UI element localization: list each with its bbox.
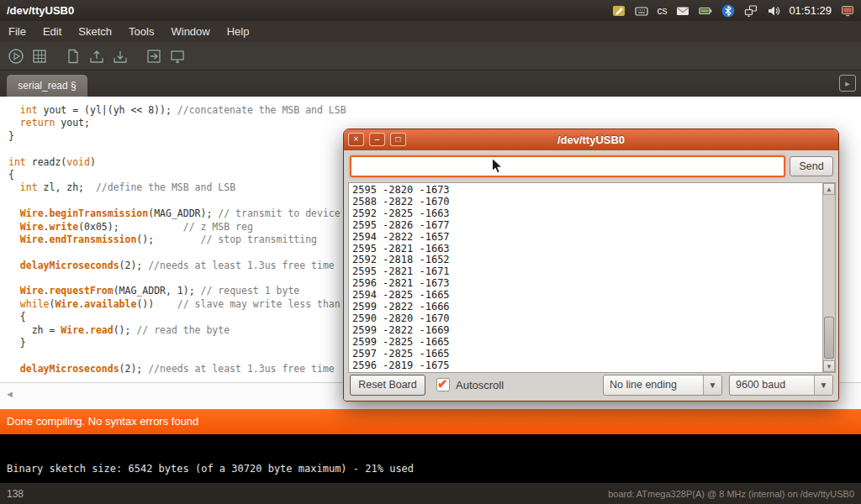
line-ending-value: No line ending [604,375,703,395]
bluetooth-icon[interactable] [721,3,735,18]
status-footer: 138 board: ATmega328P(A) @ 8 MHz (intern… [0,483,861,504]
stop-icon[interactable] [30,47,49,66]
tab-serial-read[interactable]: serial_read § [7,75,87,97]
keyboard-icon[interactable] [634,3,648,18]
save-icon[interactable] [111,47,129,66]
serial-monitor-controls: Reset Board ✔ Autoscroll No line ending … [344,374,838,397]
autoscroll-label[interactable]: Autoscroll [456,374,504,396]
serial-send-input[interactable] [350,155,785,177]
serial-output: 2595 -2820 -16732588 -2822 -16702592 -28… [349,183,822,372]
scroll-down-icon[interactable]: ▼ [823,360,835,372]
window-controls: × – □ [348,133,406,146]
verify-icon[interactable] [7,47,25,66]
screen: /dev/ttyUSB0 cs 01:51: [0,0,861,504]
compile-status-message: Done compiling. No syntax errors found [7,415,198,428]
serial-line: 2595 -2821 -1671 [352,266,819,278]
menu-edit[interactable]: Edit [34,21,70,42]
minimize-icon[interactable]: – [369,133,385,146]
board-info: board: ATmega328P(A) @ 8 MHz (internal) … [608,489,861,499]
serial-line: 2594 -2822 -1657 [352,232,819,244]
menu-file[interactable]: File [0,21,34,42]
serial-output-scrollbar[interactable]: ▲ ▼ [822,183,835,372]
menu-tools[interactable]: Tools [120,21,162,42]
close-icon[interactable]: × [348,133,364,146]
mail-icon[interactable] [675,3,689,18]
mouse-cursor [491,158,506,175]
serial-line: 2594 -2825 -1665 [352,290,819,302]
serial-monitor-body: Send 2595 -2820 -16732588 -2822 -1670259… [344,150,838,401]
code-line: int yout = (yl|(yh << 8)); //concatenate… [8,104,861,117]
send-button[interactable]: Send [790,156,833,176]
maximize-icon[interactable]: □ [390,133,406,146]
serial-line: 2588 -2822 -1670 [352,197,819,208]
serial-line: 2595 -2821 -1663 [352,244,819,255]
serial-line: 2592 -2818 -1652 [352,255,819,266]
window-title: /dev/ttyUSB0 [0,4,74,17]
serial-line: 2597 -2825 -1665 [352,349,819,360]
serial-line: 2592 -2825 -1663 [352,208,819,220]
scroll-up-icon[interactable]: ▲ [823,183,835,195]
serial-output-area[interactable]: 2595 -2820 -16732588 -2822 -16702592 -28… [348,182,836,373]
scrollbar-handle[interactable] [824,317,834,359]
serial-line: 2599 -2822 -1666 [352,302,819,313]
build-console-text: Binary sketch size: 6542 bytes (of a 307… [7,463,414,475]
system-tray: cs 01:51:29 [611,3,861,18]
baud-rate-value: 9600 baud [730,375,814,395]
menu-help[interactable]: Help [219,21,258,42]
serial-monitor-titlebar[interactable]: /dev/ttyUSB0 [344,129,838,150]
serial-line: 2595 -2820 -1673 [352,185,819,197]
check-icon: ✔ [437,376,448,391]
open-icon[interactable] [87,47,106,66]
hscroll-left-icon[interactable]: ◄ [5,389,14,399]
tab-menu-icon[interactable]: ▸ [839,75,856,92]
menubar: File Edit Sketch Tools Window Help [0,21,861,42]
serial-line: 2596 -2819 -1675 [352,360,819,372]
notes-icon[interactable] [611,3,626,18]
volume-icon[interactable] [766,3,780,18]
line-number-indicator: 138 [0,488,24,500]
chevron-down-icon[interactable]: ▼ [814,375,832,395]
session-menu-icon[interactable] [840,3,854,18]
serial-line: 2599 -2822 -1669 [352,325,819,337]
line-ending-dropdown[interactable]: No line ending ▼ [603,375,722,396]
serial-line: 2599 -2825 -1665 [352,337,819,349]
top-panel: /dev/ttyUSB0 cs 01:51: [0,0,861,21]
battery-icon[interactable] [698,3,712,18]
compile-status-bar: Done compiling. No syntax errors found [0,409,861,434]
reset-board-button[interactable]: Reset Board [350,375,425,396]
autoscroll-checkbox[interactable]: ✔ [436,378,450,391]
toolbar [0,42,861,71]
serial-line: 2596 -2821 -1673 [352,278,819,290]
network-icon[interactable] [743,3,758,18]
new-sketch-icon[interactable] [64,47,82,66]
tabbar: serial_read § ▸ [0,71,861,97]
serial-monitor-window: /dev/ttyUSB0 × – □ Send 2595 -2820 -1673… [343,129,839,402]
keyboard-layout-indicator[interactable]: cs [657,5,667,17]
build-console: Binary sketch size: 6542 bytes (of a 307… [0,434,861,483]
serial-monitor-icon[interactable] [168,47,187,66]
serial-monitor-title: /dev/ttyUSB0 [557,134,625,146]
menu-window[interactable]: Window [162,21,218,42]
baud-rate-dropdown[interactable]: 9600 baud ▼ [729,375,833,396]
serial-line: 2590 -2820 -1670 [352,313,819,325]
chevron-down-icon[interactable]: ▼ [703,375,721,395]
clock[interactable]: 01:51:29 [789,4,832,17]
menu-sketch[interactable]: Sketch [70,21,120,42]
serial-line: 2595 -2826 -1677 [352,220,819,232]
upload-icon[interactable] [145,47,163,66]
